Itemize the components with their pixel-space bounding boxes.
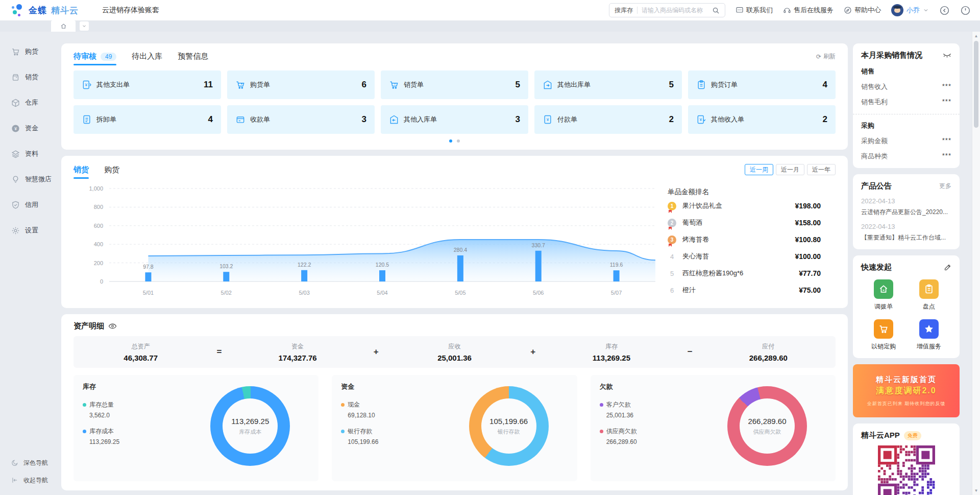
refresh-button[interactable]: ⟳ 刷新 xyxy=(816,52,836,65)
quick-action-stocktake[interactable]: 盘点 xyxy=(906,279,952,311)
donut-center: 113,269.25 库存成本 xyxy=(223,398,278,454)
ranking-item[interactable]: 4 夹心海苔 ¥100.00 xyxy=(668,249,821,264)
vertical-scrollbar[interactable]: ▲ ▼ xyxy=(972,32,980,495)
legend-label: 库存成本 xyxy=(89,427,114,436)
topbar-actions: 搜库存 联系我们 售后在线服务 帮助中心 小乔 xyxy=(609,3,971,17)
scroll-up-arrow[interactable]: ▲ xyxy=(972,34,980,38)
ranking-item[interactable]: 5 西红柿意粉酱190g*6 ¥77.70 xyxy=(668,266,821,281)
quick-action-sales-purchase[interactable]: 以销定购 xyxy=(861,319,906,351)
tab-label: 预警信息 xyxy=(178,52,208,61)
todo-tabs: 待审核 49 待出入库 预警信息 ⟳ 刷新 xyxy=(74,52,836,65)
search-icon[interactable] xyxy=(712,7,720,14)
collapse-nav-toggle[interactable]: 收起导航 xyxy=(0,472,55,489)
refresh-label: 刷新 xyxy=(823,52,836,61)
after-sales-service-link[interactable]: 售后在线服务 xyxy=(783,6,834,15)
carousel-dot[interactable] xyxy=(457,139,460,143)
todo-card-count: 3 xyxy=(362,114,366,125)
range-week-button[interactable]: 近一周 xyxy=(745,164,773,175)
tab-purchase[interactable]: 购货 xyxy=(104,165,119,179)
logout-power-icon[interactable] xyxy=(960,5,971,16)
summary-row: 销售收入*** xyxy=(861,82,951,91)
debt-donut-card: 欠款 客户欠款 25,001.36 供应商欠款 266,289.60 xyxy=(591,375,836,481)
survey-banner[interactable]: 精斗云新版首页 满意度调研2.0 全新首页已到来 期待收到您的反馈 xyxy=(853,364,960,417)
sidebar-item-credit[interactable]: 信用 xyxy=(0,192,55,218)
edit-quick-actions-button[interactable] xyxy=(944,264,951,271)
svg-text:120.5: 120.5 xyxy=(376,262,389,268)
receivable-amount: 应收 25,001.36 xyxy=(387,342,522,362)
search-scope-label[interactable]: 搜库存 xyxy=(615,6,633,15)
legend-dot xyxy=(341,403,345,407)
sidebar-item-label: 资金 xyxy=(25,124,38,133)
search-box[interactable]: 搜库存 xyxy=(609,3,725,17)
todo-card-other-outbound[interactable]: 其他出库单 5 xyxy=(534,70,682,99)
ranking-name: 西红柿意粉酱190g*6 xyxy=(682,269,799,278)
svg-text:400: 400 xyxy=(94,241,103,247)
range-month-button[interactable]: 近一月 xyxy=(776,164,804,175)
quick-action-value-added[interactable]: 增值服务 xyxy=(906,319,952,351)
announcement-link[interactable]: 【重要通知】精斗云工作台域... xyxy=(861,233,951,242)
sidebar-item-settings[interactable]: 设置 xyxy=(0,218,55,243)
announcement-link[interactable]: 云进销存产品更新公告_20220... xyxy=(861,208,951,217)
quick-actions-title: 快速发起 xyxy=(861,263,892,272)
yen-circle-icon: ¥ xyxy=(11,124,20,133)
tab-label: 销货 xyxy=(74,165,89,175)
todo-card-count: 4 xyxy=(823,80,827,90)
quick-action-transfer[interactable]: 调拨单 xyxy=(861,279,906,311)
eye-icon[interactable] xyxy=(108,322,117,331)
range-year-button[interactable]: 近一年 xyxy=(807,164,836,175)
svg-text:1,000: 1,000 xyxy=(89,185,103,192)
sidebar-item-smart-store[interactable]: 智慧微店 xyxy=(0,167,55,192)
todo-card-purchase-order[interactable]: 购货单 6 xyxy=(227,70,375,99)
sidebar-item-data[interactable]: 资料 xyxy=(0,141,55,167)
scrollbar-thumb[interactable] xyxy=(974,41,978,128)
app-qr-code xyxy=(878,445,935,495)
rank-number: 6 xyxy=(668,287,676,294)
chevron-down-icon xyxy=(923,7,929,13)
todo-card-payment[interactable]: ¥ 付款单 2 xyxy=(534,105,682,134)
contact-us-link[interactable]: 联系我们 xyxy=(736,6,773,15)
search-input[interactable] xyxy=(642,7,712,14)
sidebar-item-funds[interactable]: ¥ 资金 xyxy=(0,115,55,141)
search-divider xyxy=(637,7,638,14)
back-circle-icon[interactable] xyxy=(939,5,950,16)
scroll-down-arrow[interactable]: ▼ xyxy=(972,488,980,493)
sidebar-item-purchase[interactable]: 购货 xyxy=(0,39,55,64)
tab-pending-inout[interactable]: 待出入库 xyxy=(132,52,162,65)
more-link[interactable]: 更多 xyxy=(939,182,951,191)
todo-card-sales-order[interactable]: 销货单 5 xyxy=(381,70,528,99)
sidebar-item-warehouse[interactable]: 仓库 xyxy=(0,90,55,115)
user-menu[interactable]: 小乔 xyxy=(891,4,929,16)
sidebar-item-label: 资料 xyxy=(25,149,38,158)
tab-sales[interactable]: 销货 xyxy=(74,165,89,179)
home-tab[interactable] xyxy=(51,20,76,32)
svg-text:800: 800 xyxy=(94,204,103,210)
dark-nav-toggle[interactable]: 深色导航 xyxy=(0,454,55,472)
carousel-dot[interactable] xyxy=(449,139,452,143)
ranking-item[interactable]: 1 果汁饮品礼盒 ¥198.00 xyxy=(668,198,821,214)
todo-card-other-income[interactable]: ¥ 其他收入单 2 xyxy=(688,105,836,134)
todo-card-other-inbound[interactable]: 其他入库单 3 xyxy=(381,105,528,134)
tab-label: 购货 xyxy=(104,165,119,175)
todo-card-other-expense[interactable]: ¥ 其他支出单 11 xyxy=(74,70,221,99)
quick-action-label: 以销定购 xyxy=(871,342,896,351)
content-area: 购货 销货 仓库 ¥ 资金 资料 智慧微店 信用 设置 xyxy=(0,32,980,495)
ranking-item[interactable]: 6 橙汁 ¥75.00 xyxy=(668,282,821,298)
eq-value: 113,269.25 xyxy=(593,353,630,362)
todo-card-receipt[interactable]: 收款单 3 xyxy=(227,105,375,134)
tab-dropdown-button[interactable] xyxy=(80,21,89,31)
banner-line1: 精斗云新版首页 xyxy=(876,375,937,385)
sidebar-item-sales[interactable]: 销货 xyxy=(0,64,55,90)
help-center-link[interactable]: 帮助中心 xyxy=(844,6,881,15)
app-logo[interactable]: 金蝶 精斗云 xyxy=(11,3,79,17)
ranking-item[interactable]: 3 烤海苔卷 ¥100.80 xyxy=(668,232,821,247)
todo-card-disassembly[interactable]: 拆卸单 4 xyxy=(74,105,221,134)
donut-center-value: 113,269.25 xyxy=(231,417,269,426)
hide-values-toggle[interactable] xyxy=(943,53,951,59)
summary-value: *** xyxy=(942,152,951,161)
assets-header: 资产明细 xyxy=(74,321,836,331)
plus-sign: + xyxy=(522,347,544,357)
ranking-item[interactable]: 2 葡萄酒 ¥158.00 xyxy=(668,215,821,230)
tab-warning-info[interactable]: 预警信息 xyxy=(178,52,208,65)
tab-pending-review[interactable]: 待审核 49 xyxy=(74,52,116,65)
todo-card-purchase-request[interactable]: 购货订单 4 xyxy=(688,70,836,99)
